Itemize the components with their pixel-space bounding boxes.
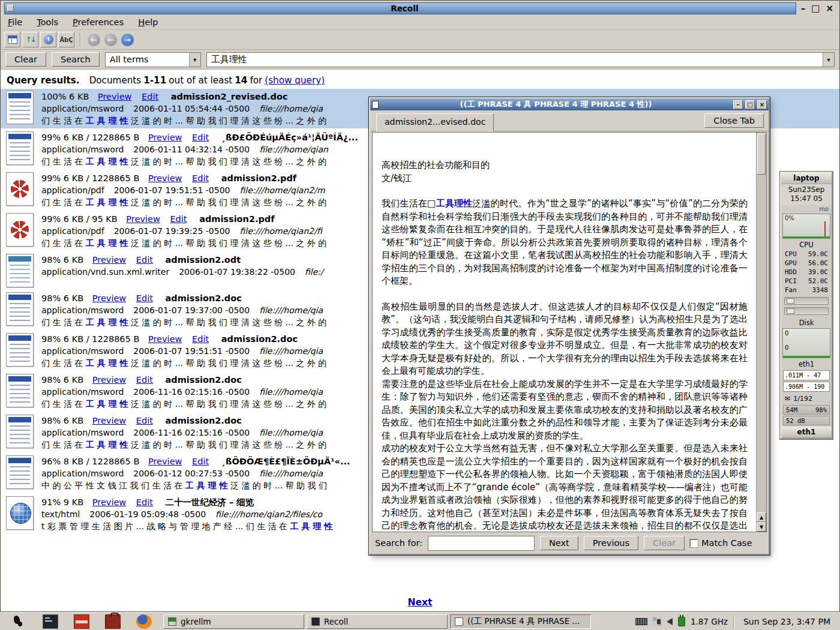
- net-rx-value: .011M - 47: [783, 370, 830, 380]
- next-page-button[interactable]: →: [121, 34, 134, 46]
- title-bar[interactable]: Recoll – □ ×: [1, 1, 839, 15]
- match-case-checkbox[interactable]: [690, 539, 698, 547]
- edit-link[interactable]: Edit: [192, 457, 209, 466]
- edit-link[interactable]: Edit: [136, 375, 153, 385]
- result-url: file:/: [305, 267, 323, 277]
- result-mime: application/pdf: [41, 185, 104, 195]
- preview-link[interactable]: Preview: [98, 92, 131, 101]
- table-icon: [8, 35, 17, 44]
- preview-previous-button[interactable]: Previous: [584, 536, 638, 550]
- result-date: 2006-01-11 04:32:14 -0500: [133, 145, 250, 154]
- edit-link[interactable]: Edit: [142, 92, 158, 101]
- history-button[interactable]: [40, 32, 56, 47]
- gkrellm-hostname[interactable]: laptop: [781, 173, 832, 184]
- preview-next-button[interactable]: Next: [540, 536, 578, 550]
- preview-title-bar[interactable]: ((工 PHRASE 4 具 PHRASE 4 理 PHRASE 4 性)) –…: [370, 98, 769, 110]
- preview-link[interactable]: Preview: [92, 416, 126, 425]
- snippet-pre: 们 生 活 在: [41, 358, 86, 368]
- footprint-icon[interactable]: [11, 614, 27, 629]
- sort-by-date-button[interactable]: ↑↓: [22, 32, 38, 47]
- prev-result-button[interactable]: ←: [104, 34, 117, 46]
- terminal-icon[interactable]: [43, 614, 58, 629]
- gkrellm-krell-slider[interactable]: [784, 307, 829, 315]
- preview-clear-button[interactable]: Clear: [644, 536, 685, 550]
- snippet-post: 泛 滥 的 时 ... 帮 助 我 们 理 清 这 些 纷 ... 之 外 的: [128, 358, 326, 368]
- edit-link[interactable]: Edit: [170, 214, 187, 224]
- snippet-post: 泛 滥 的 时 ... 帮 助 我 们 理 清 这 些 纷 ... 之 外 的: [128, 399, 326, 409]
- taskbar-task-gkrellm[interactable]: gkrellm: [163, 614, 304, 629]
- scrollbar-thumb[interactable]: [757, 134, 766, 175]
- taskbar-task-recoll[interactable]: Recoll: [307, 614, 448, 629]
- edit-link[interactable]: Edit: [136, 255, 153, 265]
- snippet-post: 泛 滥 的 时 ... 帮 助 我 们: [227, 481, 326, 490]
- preview-icon: [455, 617, 463, 626]
- doc-table-button[interactable]: [4, 32, 20, 47]
- power-plug-icon[interactable]: [678, 617, 685, 626]
- package-icon[interactable]: [74, 614, 89, 629]
- snippet-highlight: 工 具 理 性: [86, 197, 128, 207]
- menu-preferences[interactable]: Preferences: [73, 17, 124, 27]
- close-icon[interactable]: ×: [826, 3, 833, 14]
- toolbox-icon[interactable]: [105, 614, 121, 629]
- preview-link[interactable]: Preview: [92, 375, 126, 385]
- query-history-dropdown-icon[interactable]: ▾: [823, 53, 834, 67]
- preview-maximize-icon[interactable]: □: [745, 100, 755, 109]
- snippet-post: 泛 滥 的 时 ... 帮 助 我 们 理 清 这 些 纷 ... 之 外 的: [128, 440, 326, 449]
- taskbar-task-preview[interactable]: ((工 PHRASE 4 具 PHRASE ...: [450, 614, 591, 629]
- search-mode-select[interactable]: All terms ▾: [105, 52, 201, 67]
- edit-link[interactable]: Edit: [136, 416, 153, 425]
- menu-help[interactable]: Help: [138, 17, 158, 27]
- next-page-link[interactable]: Next: [408, 597, 433, 608]
- minimize-icon[interactable]: –: [801, 3, 806, 14]
- edit-link[interactable]: Edit: [136, 293, 153, 303]
- preview-tab[interactable]: admission2...evised.doc: [376, 113, 494, 131]
- back-arrow-icon: ←: [91, 35, 97, 44]
- cpu-chart: 0%: [782, 214, 830, 239]
- menu-tools[interactable]: Tools: [37, 17, 58, 27]
- document-icon: [6, 213, 34, 247]
- preview-minimize-icon[interactable]: –: [733, 100, 743, 109]
- maximize-icon[interactable]: □: [811, 3, 820, 14]
- scroll-up-icon[interactable]: ▲: [757, 512, 766, 522]
- preview-link[interactable]: Preview: [148, 334, 182, 344]
- search-input[interactable]: [207, 54, 823, 65]
- cpu-spike: [824, 221, 826, 238]
- scroll-down-icon[interactable]: ▼: [757, 522, 766, 532]
- result-relevance-size: 98% 6 KB: [41, 375, 83, 385]
- scrollbar-track[interactable]: [757, 175, 766, 512]
- preview-link[interactable]: Preview: [126, 214, 160, 224]
- firefox-icon[interactable]: [136, 614, 152, 629]
- edit-link[interactable]: Edit: [136, 497, 153, 507]
- chevron-down-icon[interactable]: ▾: [189, 53, 200, 67]
- result-filename: ¸ßÖÐÖÆ¶È£¶ÏÈ±ÖÐµÄ¹«...: [221, 457, 350, 466]
- menu-file[interactable]: File: [8, 17, 22, 27]
- preview-link[interactable]: Preview: [148, 133, 182, 142]
- preview-close-icon[interactable]: ×: [757, 100, 767, 109]
- snippet-pre: 中 的 公 平 性 文 钱 江 我 们 生 活 在: [41, 481, 185, 490]
- preview-link[interactable]: Preview: [148, 173, 182, 183]
- clear-button[interactable]: Clear: [5, 52, 46, 67]
- edit-link[interactable]: Edit: [192, 334, 209, 344]
- preview-link[interactable]: Preview: [148, 457, 182, 466]
- result-relevance-size: 98% 6 KB / 1228865 B: [41, 334, 139, 344]
- sort-arrows-icon: ↑↓: [25, 36, 35, 43]
- window-menu-icon[interactable]: [7, 5, 14, 11]
- show-query-link[interactable]: (show query): [265, 75, 325, 86]
- preview-link[interactable]: Preview: [92, 497, 126, 507]
- term-explorer-button[interactable]: ÂbÇ: [58, 32, 74, 47]
- preview-scrollbar[interactable]: ▲ ▼: [756, 133, 766, 532]
- close-tab-button[interactable]: Close Tab: [704, 113, 764, 128]
- search-button[interactable]: Search: [52, 52, 100, 67]
- result-url: file:///home/qian2/m: [239, 185, 325, 195]
- title-bar-gradient[interactable]: Recoll: [4, 2, 796, 14]
- history-icon: [44, 35, 53, 44]
- preview-link[interactable]: Preview: [92, 293, 126, 303]
- volume-icon[interactable]: [667, 618, 673, 625]
- gkrellm-krell-slider[interactable]: [784, 297, 829, 305]
- preview-link[interactable]: Preview: [92, 255, 126, 265]
- preview-search-input[interactable]: [428, 536, 535, 551]
- prev-page-button[interactable]: ←: [88, 34, 100, 46]
- edit-link[interactable]: Edit: [192, 173, 209, 183]
- edit-link[interactable]: Edit: [192, 133, 209, 142]
- keyboard-icon[interactable]: [635, 618, 647, 625]
